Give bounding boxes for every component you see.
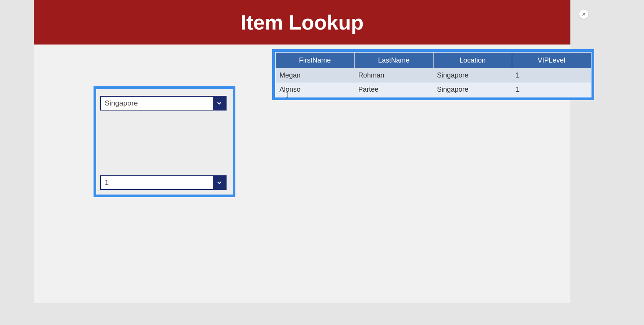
cell-location: Singapore (433, 68, 512, 82)
app-container: Item Lookup Singapore 1 FirstName (34, 0, 570, 303)
location-dropdown-value: Singapore (101, 97, 213, 110)
location-dropdown[interactable]: Singapore (100, 96, 227, 111)
viplevel-dropdown[interactable]: 1 (100, 175, 227, 190)
column-header-location[interactable]: Location (433, 53, 512, 68)
column-header-viplevel[interactable]: VIPLevel (512, 53, 591, 68)
cell-location: Singapore (433, 82, 512, 97)
cell-lastname: Rohman (355, 68, 434, 82)
cell-firstname: Megan (276, 68, 355, 82)
page-title: Item Lookup (241, 10, 364, 34)
cell-lastname: Partee (355, 82, 434, 97)
chevron-down-icon (213, 176, 226, 189)
viplevel-dropdown-value: 1 (101, 176, 213, 189)
results-table: FirstName LastName Location VIPLevel Meg… (276, 53, 591, 97)
cell-viplevel: 1 (512, 82, 591, 97)
column-header-firstname[interactable]: FirstName (276, 53, 355, 68)
column-header-lastname[interactable]: LastName (355, 53, 434, 68)
close-icon (582, 12, 586, 16)
cell-firstname: Alonso (276, 82, 355, 97)
header-bar: Item Lookup (34, 0, 570, 45)
cell-viplevel: 1 (512, 68, 591, 82)
results-table-panel: FirstName LastName Location VIPLevel Meg… (272, 49, 594, 100)
close-button[interactable] (579, 10, 588, 19)
table-row[interactable]: Alonso Partee Singapore 1 (276, 82, 591, 97)
filter-panel: Singapore 1 (94, 86, 235, 197)
chevron-down-icon (213, 97, 226, 110)
table-row[interactable]: Megan Rohman Singapore 1 (276, 68, 591, 82)
table-header-row: FirstName LastName Location VIPLevel (276, 53, 591, 68)
